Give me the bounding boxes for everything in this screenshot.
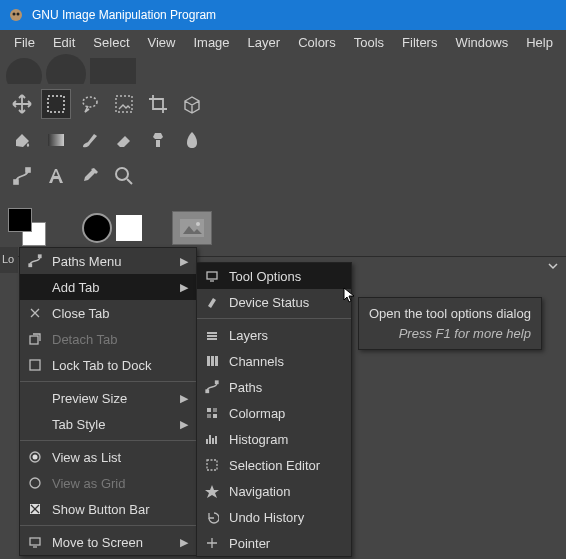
image-thumb[interactable] — [172, 211, 212, 245]
pattern-swatch — [116, 215, 142, 241]
svg-rect-24 — [30, 538, 40, 545]
screen-icon — [26, 533, 44, 551]
svg-point-15 — [196, 222, 200, 226]
svg-rect-30 — [216, 381, 219, 384]
tool-color-picker[interactable] — [76, 162, 104, 190]
fg-color-swatch[interactable] — [8, 208, 32, 232]
tool-bucket[interactable] — [8, 126, 36, 154]
tool-crop[interactable] — [144, 90, 172, 118]
blank-icon — [26, 278, 44, 296]
svg-rect-9 — [48, 134, 64, 146]
paths-icon — [26, 252, 44, 270]
tooltip: Open the tool options dialog Press F1 fo… — [358, 297, 542, 350]
add-tab-submenu: Tool OptionsDevice StatusLayersChannelsP… — [196, 262, 352, 557]
menu-filters[interactable]: Filters — [394, 32, 445, 53]
svg-rect-29 — [206, 390, 209, 393]
selection-icon — [203, 456, 221, 474]
tool-fuzzy-select[interactable] — [110, 90, 138, 118]
menu-image[interactable]: Image — [185, 32, 237, 53]
fg-bg-color[interactable] — [8, 208, 52, 248]
menu-layer[interactable]: Layer — [240, 32, 289, 53]
menu-view[interactable]: View — [140, 32, 184, 53]
menu-file[interactable]: File — [6, 32, 43, 53]
menu-tools[interactable]: Tools — [346, 32, 392, 53]
navigation-icon — [203, 482, 221, 500]
tool-rect-select[interactable] — [42, 90, 70, 118]
add-tab-item-pointer[interactable]: Pointer — [197, 530, 351, 556]
menu-item-label: Tab Style — [52, 417, 170, 432]
brush-shape-icon — [82, 213, 112, 243]
close-icon — [26, 304, 44, 322]
menu-select[interactable]: Select — [85, 32, 137, 53]
svg-rect-11 — [26, 168, 30, 172]
menu-item-label: View as Grid — [52, 476, 188, 491]
svg-point-22 — [30, 478, 40, 488]
tab-menu-item-lock-tab-to-dock[interactable]: Lock Tab to Dock — [20, 352, 196, 378]
menu-separator — [20, 440, 196, 441]
radio-off-icon — [26, 474, 44, 492]
menu-colors[interactable]: Colors — [290, 32, 344, 53]
add-tab-item-device-status[interactable]: Device Status — [197, 289, 351, 315]
add-tab-item-layers[interactable]: Layers — [197, 322, 351, 348]
blank-icon — [26, 389, 44, 407]
layers-icon — [203, 326, 221, 344]
menu-help[interactable]: Help — [518, 32, 561, 53]
svg-rect-31 — [207, 408, 211, 412]
brush-preview[interactable] — [82, 213, 142, 243]
menu-windows[interactable]: Windows — [447, 32, 516, 53]
tool-move[interactable] — [8, 90, 36, 118]
histogram-icon — [203, 430, 221, 448]
tool-clone[interactable] — [144, 126, 172, 154]
tool-gradient[interactable] — [42, 126, 70, 154]
tool-paintbrush[interactable] — [76, 126, 104, 154]
add-tab-item-navigation[interactable]: Navigation — [197, 478, 351, 504]
svg-rect-16 — [29, 264, 32, 267]
tool-paths[interactable] — [8, 162, 36, 190]
tool-smudge[interactable] — [178, 126, 206, 154]
tab-menu-item-add-tab[interactable]: Add Tab▶ — [20, 274, 196, 300]
add-tab-item-histogram[interactable]: Histogram — [197, 426, 351, 452]
tab-menu-item-paths-menu[interactable]: Paths Menu▶ — [20, 248, 196, 274]
tool-transform[interactable] — [178, 90, 206, 118]
menubar: File Edit Select View Image Layer Colors… — [0, 30, 566, 54]
tab-menu-item-show-button-bar[interactable]: Show Button Bar — [20, 496, 196, 522]
svg-rect-8 — [116, 96, 132, 112]
menu-item-label: Channels — [229, 354, 343, 369]
tool-options-icon — [203, 267, 221, 285]
dock-menu-arrow-icon[interactable] — [546, 259, 560, 273]
menu-edit[interactable]: Edit — [45, 32, 83, 53]
tab-menu-item-view-as-list[interactable]: View as List — [20, 444, 196, 470]
menu-item-label: Selection Editor — [229, 458, 343, 473]
toolbox — [0, 84, 566, 204]
svg-rect-32 — [213, 408, 217, 412]
titlebar: GNU Image Manipulation Program — [0, 0, 566, 30]
svg-rect-26 — [207, 356, 210, 366]
add-tab-item-paths[interactable]: Paths — [197, 374, 351, 400]
svg-rect-13 — [180, 219, 204, 237]
tab-menu-item-preview-size[interactable]: Preview Size▶ — [20, 385, 196, 411]
add-tab-item-channels[interactable]: Channels — [197, 348, 351, 374]
tool-zoom[interactable] — [110, 162, 138, 190]
menu-item-label: Add Tab — [52, 280, 170, 295]
detach-icon — [26, 330, 44, 348]
tool-text[interactable] — [42, 162, 70, 190]
add-tab-item-tool-options[interactable]: Tool Options — [197, 263, 351, 289]
sidebar-stub: Lo — [0, 247, 18, 273]
add-tab-item-selection-editor[interactable]: Selection Editor — [197, 452, 351, 478]
submenu-arrow-icon: ▶ — [178, 418, 188, 431]
tab-menu-item-tab-style[interactable]: Tab Style▶ — [20, 411, 196, 437]
menu-item-label: Colormap — [229, 406, 343, 421]
add-tab-item-colormap[interactable]: Colormap — [197, 400, 351, 426]
tab-menu-item-close-tab[interactable]: Close Tab — [20, 300, 196, 326]
tab-menu-item-move-to-screen[interactable]: Move to Screen▶ — [20, 529, 196, 555]
svg-rect-35 — [207, 460, 217, 470]
menu-item-label: Paths Menu — [52, 254, 170, 269]
add-tab-item-undo-history[interactable]: Undo History — [197, 504, 351, 530]
tool-free-select[interactable] — [76, 90, 104, 118]
svg-point-21 — [33, 455, 38, 460]
checkbox-off-icon — [26, 356, 44, 374]
tool-eraser[interactable] — [110, 126, 138, 154]
window-title: GNU Image Manipulation Program — [32, 8, 216, 22]
menu-item-label: Layers — [229, 328, 343, 343]
svg-point-3 — [6, 58, 42, 84]
